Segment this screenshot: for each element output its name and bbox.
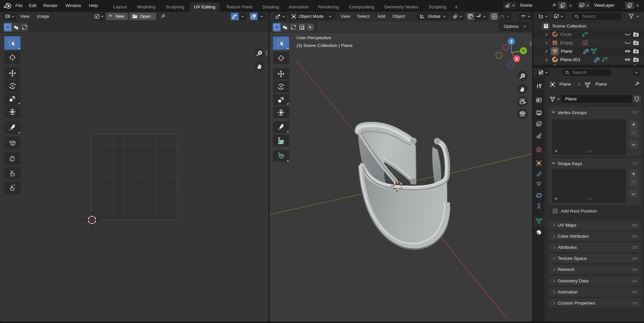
svg-text:Z: Z [510, 39, 512, 44]
svg-text:X: X [515, 57, 518, 61]
svg-text:Y: Y [522, 49, 525, 53]
